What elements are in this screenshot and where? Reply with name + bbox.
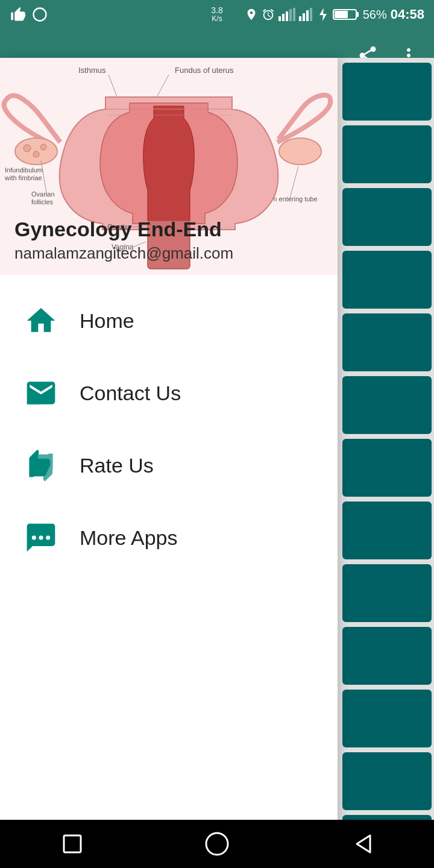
more-apps-icon xyxy=(24,521,58,555)
lightning-icon xyxy=(317,8,329,21)
recents-icon xyxy=(59,831,86,857)
svg-point-20 xyxy=(24,145,31,152)
svg-marker-10 xyxy=(319,8,327,21)
svg-text:with fimbriae: with fimbriae xyxy=(4,174,42,181)
contact-icon xyxy=(24,376,58,410)
status-right: 56% 04:58 xyxy=(245,7,424,22)
svg-text:Fundus of uterus: Fundus of uterus xyxy=(175,66,234,75)
speed-value: 3.8 xyxy=(211,6,222,15)
signal-icon xyxy=(278,8,295,21)
svg-rect-2 xyxy=(282,14,285,21)
teal-button-3[interactable] xyxy=(342,188,432,246)
alarm-icon xyxy=(262,8,275,21)
svg-rect-4 xyxy=(289,9,292,21)
svg-text:Infundibulum: Infundibulum xyxy=(5,166,43,174)
svg-point-21 xyxy=(33,151,39,157)
recents-button[interactable] xyxy=(55,827,89,861)
more-apps-menu-icon xyxy=(22,518,60,557)
rate-label: Rate Us xyxy=(80,454,154,477)
drawer-header: Fundus of uterus Isthmus Infundibulum wi xyxy=(0,58,338,275)
svg-marker-48 xyxy=(357,835,370,852)
teal-button-12[interactable] xyxy=(342,752,432,810)
drawer-menu: Home Contact Us xyxy=(0,275,338,583)
app-name: Gynecology End-End xyxy=(14,217,233,242)
teal-button-5[interactable] xyxy=(342,313,432,371)
menu-item-more-apps[interactable]: More Apps xyxy=(0,502,338,574)
teal-button-7[interactable] xyxy=(342,439,432,497)
svg-point-47 xyxy=(206,833,228,855)
status-center: 3.8 K/s xyxy=(211,6,222,24)
status-left xyxy=(10,6,48,23)
home-label: Home xyxy=(80,309,134,333)
back-button[interactable] xyxy=(345,827,379,861)
teal-button-4[interactable] xyxy=(342,251,432,309)
svg-rect-6 xyxy=(299,16,301,21)
teal-button-2[interactable] xyxy=(342,125,432,183)
menu-item-rate[interactable]: Rate Us xyxy=(0,429,338,502)
teal-button-1[interactable] xyxy=(342,63,432,121)
svg-rect-46 xyxy=(64,835,81,852)
home-icon xyxy=(24,304,58,338)
svg-point-0 xyxy=(34,8,46,21)
home-button[interactable] xyxy=(200,827,234,861)
svg-rect-8 xyxy=(306,10,309,21)
menu-item-home[interactable]: Home xyxy=(0,285,338,357)
svg-rect-9 xyxy=(310,8,312,21)
svg-point-45 xyxy=(46,536,50,540)
drawer-header-text: Gynecology End-End namalamzangitech@gmai… xyxy=(14,217,233,263)
svg-text:Ovarian: Ovarian xyxy=(31,190,55,198)
back-icon xyxy=(348,831,375,857)
svg-text:Isthmus: Isthmus xyxy=(78,66,106,75)
menu-item-contact[interactable]: Contact Us xyxy=(0,357,338,429)
teal-button-8[interactable] xyxy=(342,502,432,559)
rate-icon xyxy=(24,448,58,482)
clock: 04:58 xyxy=(391,7,424,22)
battery-percent: 56% xyxy=(363,8,387,22)
svg-point-43 xyxy=(32,536,36,540)
svg-rect-13 xyxy=(335,11,348,18)
teal-button-10[interactable] xyxy=(342,627,432,685)
teal-button-11[interactable] xyxy=(342,690,432,747)
teal-button-6[interactable] xyxy=(342,376,432,434)
svg-rect-3 xyxy=(286,11,288,21)
teal-button-9[interactable] xyxy=(342,564,432,622)
svg-point-44 xyxy=(39,536,43,540)
speed-unit: K/s xyxy=(212,15,222,23)
app-email: namalamzangitech@gmail.com xyxy=(14,244,233,263)
location-icon xyxy=(245,8,258,21)
home-menu-icon xyxy=(22,301,60,340)
wifi-signal-icon xyxy=(299,8,313,21)
battery-icon xyxy=(333,8,359,21)
drawer: Fundus of uterus Isthmus Infundibulum wi xyxy=(0,58,338,868)
svg-rect-12 xyxy=(356,12,359,17)
status-bar: 3.8 K/s xyxy=(0,0,434,29)
bottom-nav xyxy=(0,820,434,868)
home-nav-icon xyxy=(204,831,230,857)
svg-rect-7 xyxy=(303,13,305,21)
right-content xyxy=(338,58,434,868)
contact-label: Contact Us xyxy=(80,382,181,405)
svg-point-22 xyxy=(40,144,46,150)
contact-menu-icon xyxy=(22,374,60,412)
circle-icon xyxy=(31,6,48,23)
thumbs-up-icon xyxy=(10,6,27,23)
svg-rect-5 xyxy=(293,8,295,21)
svg-point-28 xyxy=(279,138,321,165)
svg-text:follicles: follicles xyxy=(31,198,54,206)
rate-menu-icon xyxy=(22,446,60,485)
more-apps-label: More Apps xyxy=(80,526,178,550)
svg-rect-1 xyxy=(278,16,281,21)
svg-point-42 xyxy=(31,391,38,398)
